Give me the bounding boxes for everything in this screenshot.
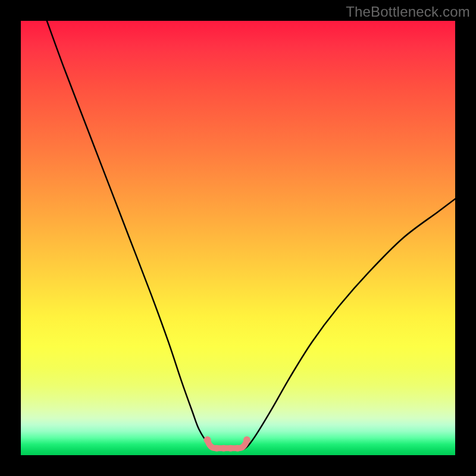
- plateau-marker: [204, 436, 250, 452]
- svg-point-2: [214, 445, 220, 452]
- watermark-text: TheBottleneck.com: [346, 4, 470, 20]
- svg-point-4: [227, 445, 234, 452]
- svg-point-0: [204, 436, 211, 443]
- chart-svg: [21, 21, 455, 455]
- bottleneck-curve-line: [47, 21, 455, 450]
- svg-point-5: [234, 445, 241, 452]
- svg-point-3: [220, 445, 227, 452]
- chart-area: [21, 21, 455, 455]
- svg-point-1: [243, 436, 250, 443]
